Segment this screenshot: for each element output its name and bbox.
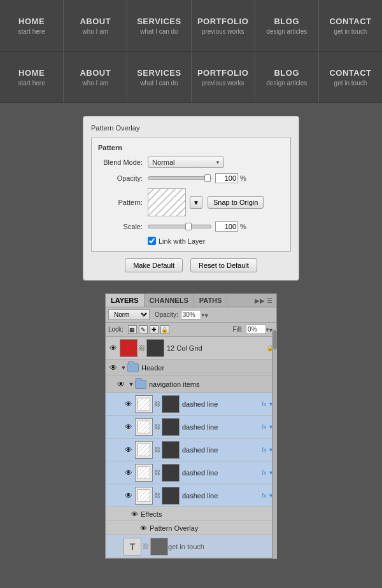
nav-portfolio-1[interactable]: PORTFOLIO previous works [192,0,255,51]
tab-paths[interactable]: PATHS [194,294,228,307]
blend-mode-select[interactable]: Normal [148,157,224,168]
nav-home-1[interactable]: HOME start here [0,0,64,51]
pattern-overlay-layer-row[interactable]: 👁 Pattern Overlay [106,521,276,535]
scale-slider[interactable] [148,225,211,228]
layer-row-dashed-4[interactable]: 👁 ⛓ dashed line fx ▼ [106,461,276,484]
nav-portfolio-title-1: PORTFOLIO [197,17,248,26]
nav-blog-1[interactable]: BLOG design articles [255,0,319,51]
make-default-button[interactable]: Make Default [125,258,183,272]
pattern-preview[interactable] [148,188,186,216]
nav-services-1[interactable]: SERVICES what I can do [127,0,191,51]
scrollbar-thumb[interactable] [273,330,277,349]
eye-icon-dashed-3[interactable]: 👁 [124,445,134,455]
tab-arrows[interactable]: ▶▶ ☰ [251,295,276,307]
opacity-label: Opacity: [98,174,143,182]
layer-thumb-wrapper-d5: ⛓ [135,487,180,505]
scale-input[interactable] [215,221,238,232]
mini-dashed-4 [138,466,150,479]
nav-about-1[interactable]: ABOUT who I am [64,0,127,51]
mini-dashed-5 [138,489,150,502]
nav-contact-title-1: CONTACT [329,17,371,26]
layer-mask-d3 [162,441,180,459]
scale-label: Scale: [98,223,143,230]
layers-panel: LAYERS CHANNELS PATHS ▶▶ ☰ Normal Opacit… [105,293,277,559]
nav-contact-2[interactable]: CONTACT get in touch [319,52,382,102]
eye-icon-dashed-5[interactable]: 👁 [124,491,134,501]
nav-services-2[interactable]: SERVICES what I can do [127,52,191,102]
layer-row-text[interactable]: T ⛓ get in touch [106,535,276,558]
layer-row-dashed-1[interactable]: 👁 ⛓ dashed line fx ▼ [106,393,276,416]
opacity-slider[interactable] [148,176,211,180]
opacity-percent: % [240,174,246,182]
nav-home-sub-2: start here [18,80,45,87]
nav-bar-1: HOME start here ABOUT who I am SERVICES … [0,0,382,52]
layer-thumb-wrapper-d3: ⛓ [135,441,180,459]
nav-portfolio-2[interactable]: PORTFOLIO previous works [192,52,255,102]
layer-thumb-wrapper-d1: ⛓ [135,395,180,413]
lock-position-icon[interactable]: ✎ [139,325,148,334]
link-layer-checkbox[interactable] [148,237,156,245]
text-thumb: T [124,538,141,556]
snap-to-origin-button[interactable]: Snap to Origin [208,196,264,209]
layer-name-d3: dashed line [182,446,261,454]
pattern-nav-button[interactable]: ▼ [190,196,202,209]
chain-icon-grid: ⛓ [139,344,145,351]
nav-services-sub-1: what I can do [140,28,178,35]
opacity-input-layers[interactable] [181,310,201,319]
mode-select[interactable]: Normal [108,309,150,320]
scale-percent: % [240,223,246,230]
layer-mask-grid [146,339,164,357]
nav-about-sub-2: who I am [82,80,108,87]
eye-icon-nav[interactable]: 👁 [116,379,126,389]
layer-row-grid[interactable]: 👁 ⛓ 12 Col Grid 🔒 [106,337,276,360]
chain-icon-text: ⛓ [143,543,149,550]
pattern-row: Pattern: ▼ Snap to Origin [98,188,284,216]
nav-home-2[interactable]: HOME start here [0,52,64,102]
layer-row-dashed-3[interactable]: 👁 ⛓ dashed line fx ▼ [106,438,276,461]
effect-eye-icon[interactable]: 👁 [131,510,138,518]
nav-about-2[interactable]: ABOUT who I am [64,52,127,102]
fill-input[interactable] [246,325,266,334]
nav-contact-1[interactable]: CONTACT get in touch [319,0,382,51]
expand-arrow-header[interactable]: ▼ [120,364,127,372]
layer-thumb-d4 [135,464,153,482]
lock-row: Lock: ▦ ✎ ✚ 🔒 Fill: ▼ [106,323,276,337]
lock-pixel-icon[interactable]: ▦ [128,325,137,334]
opacity-dropdown[interactable]: ▼ [204,311,209,319]
layers-panel-wrapper: LAYERS CHANNELS PATHS ▶▶ ☰ Normal Opacit… [105,293,277,559]
nav-bar-2: HOME start here ABOUT who I am SERVICES … [0,52,382,103]
layer-name-header: Header [141,364,274,372]
expand-arrow-nav[interactable]: ▼ [127,381,135,388]
layer-thumb-d5 [135,487,153,505]
layer-row-dashed-2[interactable]: 👁 ⛓ dashed line fx ▼ [106,416,276,438]
nav-portfolio-sub-2: previous works [202,80,244,87]
blend-mode-select-wrapper[interactable]: Normal [148,157,224,168]
reset-default-button[interactable]: Reset to Default [190,258,257,272]
tab-layers[interactable]: LAYERS [106,294,145,307]
scrollbar[interactable] [272,329,277,559]
nav-contact-sub-1: get in touch [334,28,367,35]
eye-icon-header[interactable]: 👁 [108,363,118,373]
scale-thumb[interactable] [185,223,192,230]
lock-lock-icon[interactable]: 🔒 [160,325,169,334]
effects-row: 👁 Effects [106,507,276,521]
mode-select-wrapper[interactable]: Normal [108,309,150,320]
tab-channels[interactable]: CHANNELS [145,294,194,307]
nav-home-sub-1: start here [18,28,45,35]
eye-icon-dashed-4[interactable]: 👁 [124,468,134,478]
nav-home-title-1: HOME [18,17,45,26]
fill-label: Fill: [233,326,243,333]
pattern-eye-icon[interactable]: 👁 [140,524,147,532]
nav-blog-2[interactable]: BLOG design articles [255,52,319,102]
eye-icon-dashed-1[interactable]: 👁 [124,399,134,409]
nav-blog-title-2: BLOG [274,68,299,78]
layer-row-nav-items[interactable]: 👁 ▼ navigation items [106,376,276,393]
eye-icon-dashed-2[interactable]: 👁 [124,422,134,432]
layer-row-dashed-5[interactable]: 👁 ⛓ dashed line fx ▼ [106,484,276,507]
layer-row-header[interactable]: 👁 ▼ Header [106,360,276,376]
eye-icon-grid[interactable]: 👁 [108,343,118,353]
opacity-thumb[interactable] [204,174,211,182]
lock-all-icon[interactable]: ✚ [150,325,159,334]
opacity-input[interactable] [215,173,238,183]
layer-name-text: get in touch [168,543,274,550]
